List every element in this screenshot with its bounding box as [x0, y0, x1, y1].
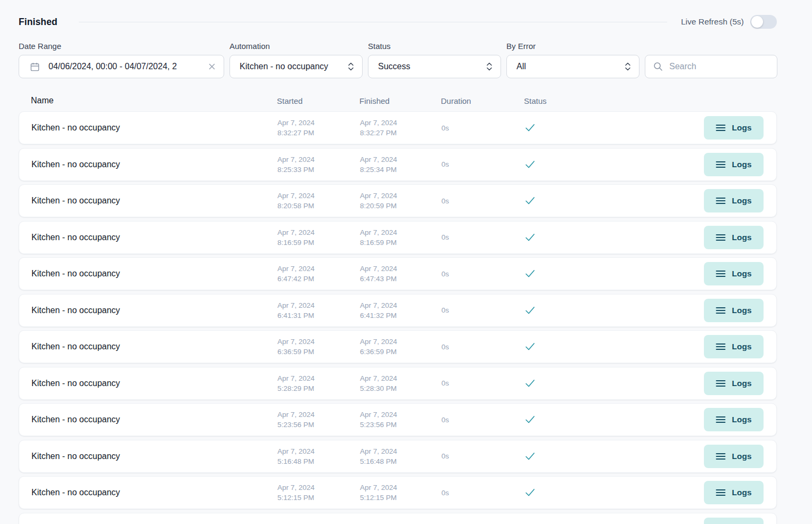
logs-button-label: Logs — [732, 123, 751, 133]
run-status — [524, 379, 704, 388]
run-name: Kitchen - no occupancy — [19, 233, 277, 242]
run-started: Apr 7, 2024 5:16:48 PM — [277, 446, 360, 466]
runs-list: Kitchen - no occupancy Apr 7, 2024 8:32:… — [19, 111, 777, 524]
menu-icon — [716, 343, 726, 350]
run-started: Apr 7, 2024 6:36:59 PM — [277, 337, 360, 357]
run-started: Apr 7, 2024 6:47:42 PM — [277, 264, 360, 284]
chevron-updown-icon — [486, 62, 493, 71]
run-started: Apr 7, 2024 8:20:58 PM — [277, 191, 360, 211]
run-started: Apr 7, 2024 5:12:15 PM — [277, 482, 360, 503]
date-range-value: 04/06/2024, 00:00 - 04/07/2024, 2 — [48, 62, 208, 71]
menu-icon — [716, 234, 726, 241]
run-duration: 0s — [441, 160, 524, 168]
logs-button[interactable]: Logs — [704, 262, 764, 285]
run-duration: 0s — [441, 489, 524, 497]
run-finished: Apr 7, 2024 8:20:59 PM — [360, 191, 441, 211]
run-duration: 0s — [441, 379, 524, 387]
run-name: Kitchen - no occupancy — [19, 342, 277, 351]
by-error-group: By Error All — [506, 42, 639, 78]
status-group: Status Success — [368, 42, 501, 78]
column-header-status: Status — [524, 96, 777, 105]
menu-icon — [716, 453, 726, 460]
run-row: Kitchen - no occupancy Apr 7, 2024 5:28:… — [19, 367, 777, 400]
logs-button[interactable]: Logs — [704, 481, 764, 504]
automation-group: Automation Kitchen - no occupancy — [229, 42, 363, 78]
menu-icon — [716, 416, 726, 423]
logs-button-label: Logs — [732, 488, 751, 497]
run-finished: Apr 7, 2024 6:47:43 PM — [360, 264, 441, 284]
run-name: Kitchen - no occupancy — [19, 488, 277, 497]
run-name: Kitchen - no occupancy — [19, 196, 277, 206]
column-header-finished: Finished — [359, 96, 441, 105]
run-row: Kitchen - no occupancy Apr 7, 2024 6:36:… — [19, 330, 777, 363]
live-refresh-label: Live Refresh (5s) — [681, 17, 744, 27]
run-name: Kitchen - no occupancy — [19, 379, 277, 388]
run-row: Kitchen - no occupancy Apr 7, 2024 Apr 7… — [19, 513, 777, 524]
logs-button[interactable]: Logs — [704, 116, 764, 140]
run-duration: 0s — [441, 124, 524, 132]
run-started: Apr 7, 2024 8:16:59 PM — [277, 227, 360, 248]
run-row: Kitchen - no occupancy Apr 7, 2024 8:20:… — [19, 184, 777, 217]
run-finished: Apr 7, 2024 5:16:48 PM — [360, 446, 441, 466]
logs-button-label: Logs — [732, 196, 751, 206]
live-refresh-toggle[interactable] — [750, 15, 777, 29]
date-range-group: Date Range 04/06/2024, 00:00 - 04/07/202… — [19, 42, 224, 78]
automation-select[interactable]: Kitchen - no occupancy — [229, 55, 363, 78]
date-range-input[interactable]: 04/06/2024, 00:00 - 04/07/2024, 2 — [19, 55, 224, 78]
check-icon — [524, 160, 536, 169]
logs-button[interactable]: Logs — [704, 189, 764, 212]
run-duration: 0s — [441, 452, 524, 460]
menu-icon — [716, 161, 726, 168]
logs-button[interactable]: Logs — [704, 299, 764, 322]
check-icon — [524, 306, 536, 315]
run-finished: Apr 7, 2024 8:16:59 PM — [360, 227, 441, 248]
check-icon — [524, 342, 536, 351]
run-finished: Apr 7, 2024 5:28:30 PM — [360, 373, 441, 394]
logs-button[interactable]: Logs — [704, 408, 764, 431]
table-header: Name Started Finished Duration Status — [19, 96, 777, 105]
run-started: Apr 7, 2024 8:32:27 PM — [277, 118, 360, 138]
run-row: Kitchen - no occupancy Apr 7, 2024 8:32:… — [19, 111, 777, 144]
status-select[interactable]: Success — [368, 55, 501, 78]
run-status — [524, 415, 704, 424]
run-status — [524, 306, 704, 315]
filter-bar: Date Range 04/06/2024, 00:00 - 04/07/202… — [19, 42, 777, 78]
menu-icon — [716, 380, 726, 387]
logs-button[interactable]: Logs — [704, 226, 764, 249]
logs-button-label: Logs — [732, 233, 751, 242]
run-name: Kitchen - no occupancy — [19, 415, 277, 424]
run-started: Apr 7, 2024 8:25:33 PM — [277, 154, 360, 175]
run-started: Apr 7, 2024 5:28:29 PM — [277, 373, 360, 394]
run-status — [524, 488, 704, 497]
date-range-label: Date Range — [19, 42, 224, 51]
run-finished: Apr 7, 2024 8:32:27 PM — [360, 118, 441, 138]
check-icon — [524, 415, 536, 424]
page-title: Finished — [19, 17, 58, 28]
run-started: Apr 7, 2024 5:23:56 PM — [277, 410, 360, 430]
check-icon — [524, 488, 536, 497]
logs-button-label: Logs — [732, 452, 751, 461]
menu-icon — [716, 307, 726, 314]
logs-button[interactable]: Logs — [704, 518, 764, 524]
run-duration: 0s — [441, 306, 524, 314]
by-error-select[interactable]: All — [506, 55, 639, 78]
run-status — [524, 160, 704, 169]
search-input[interactable] — [669, 62, 780, 71]
logs-button[interactable]: Logs — [704, 153, 764, 176]
check-icon — [524, 123, 536, 133]
clear-icon[interactable] — [208, 62, 216, 71]
run-started: Apr 7, 2024 6:41:31 PM — [277, 300, 360, 321]
run-row: Kitchen - no occupancy Apr 7, 2024 5:23:… — [19, 403, 777, 436]
status-label: Status — [368, 42, 501, 51]
chevron-updown-icon — [624, 62, 631, 71]
run-status — [524, 342, 704, 351]
run-name: Kitchen - no occupancy — [19, 123, 277, 133]
logs-button[interactable]: Logs — [704, 372, 764, 395]
logs-button[interactable]: Logs — [704, 445, 764, 468]
run-status — [524, 123, 704, 133]
run-row: Kitchen - no occupancy Apr 7, 2024 5:12:… — [19, 476, 777, 509]
run-duration: 0s — [441, 233, 524, 241]
search-icon — [653, 62, 663, 71]
logs-button[interactable]: Logs — [704, 335, 764, 358]
finished-runs-page: Finished Live Refresh (5s) Date Range 04… — [19, 15, 777, 524]
